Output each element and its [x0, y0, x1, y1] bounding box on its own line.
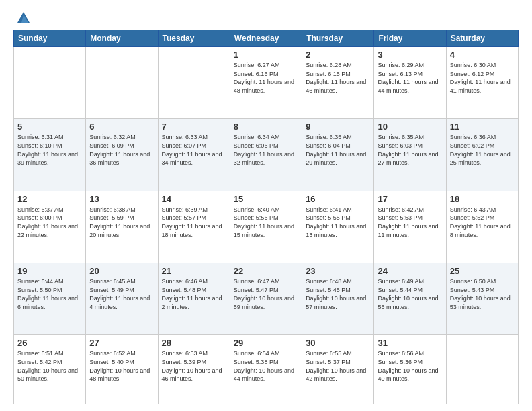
day-number: 9	[306, 122, 370, 132]
day-number: 10	[378, 122, 442, 132]
calendar-cell: 6Sunrise: 6:32 AMSunset: 6:09 PMDaylight…	[86, 119, 158, 191]
calendar-cell: 15Sunrise: 6:40 AMSunset: 5:56 PMDayligh…	[230, 191, 302, 263]
calendar-cell: 22Sunrise: 6:47 AMSunset: 5:47 PMDayligh…	[230, 263, 302, 335]
day-number: 13	[89, 194, 154, 204]
calendar-cell: 17Sunrise: 6:42 AMSunset: 5:53 PMDayligh…	[374, 191, 446, 263]
day-number: 29	[234, 338, 298, 348]
logo	[13, 11, 31, 23]
day-number: 31	[378, 338, 442, 348]
calendar-cell: 31Sunrise: 6:56 AMSunset: 5:36 PMDayligh…	[374, 335, 446, 404]
day-number: 21	[162, 266, 226, 276]
calendar-week-row: 5Sunrise: 6:31 AMSunset: 6:10 PMDaylight…	[14, 119, 519, 191]
calendar-cell: 21Sunrise: 6:46 AMSunset: 5:48 PMDayligh…	[158, 263, 230, 335]
day-info: Sunrise: 6:31 AMSunset: 6:10 PMDaylight:…	[17, 133, 82, 167]
day-info: Sunrise: 6:38 AMSunset: 5:59 PMDaylight:…	[89, 205, 154, 239]
calendar-cell: 9Sunrise: 6:35 AMSunset: 6:04 PMDaylight…	[302, 119, 374, 191]
calendar-cell	[158, 47, 230, 119]
calendar-cell: 4Sunrise: 6:30 AMSunset: 6:12 PMDaylight…	[446, 47, 518, 119]
day-number: 30	[306, 338, 370, 348]
day-info: Sunrise: 6:47 AMSunset: 5:47 PMDaylight:…	[234, 277, 298, 311]
calendar-cell: 27Sunrise: 6:52 AMSunset: 5:40 PMDayligh…	[86, 335, 158, 404]
calendar-cell: 20Sunrise: 6:45 AMSunset: 5:49 PMDayligh…	[86, 263, 158, 335]
calendar-cell: 29Sunrise: 6:54 AMSunset: 5:38 PMDayligh…	[230, 335, 302, 404]
calendar-cell: 10Sunrise: 6:35 AMSunset: 6:03 PMDayligh…	[374, 119, 446, 191]
day-info: Sunrise: 6:28 AMSunset: 6:15 PMDaylight:…	[306, 61, 370, 95]
day-of-week-header: Friday	[374, 30, 446, 47]
calendar-cell: 14Sunrise: 6:39 AMSunset: 5:57 PMDayligh…	[158, 191, 230, 263]
day-info: Sunrise: 6:55 AMSunset: 5:37 PMDaylight:…	[306, 349, 370, 383]
day-number: 18	[450, 194, 515, 204]
day-number: 11	[450, 122, 515, 132]
day-number: 15	[234, 194, 298, 204]
calendar-cell: 30Sunrise: 6:55 AMSunset: 5:37 PMDayligh…	[302, 335, 374, 404]
calendar-cell: 26Sunrise: 6:51 AMSunset: 5:42 PMDayligh…	[14, 335, 86, 404]
day-of-week-header: Sunday	[14, 30, 86, 47]
day-info: Sunrise: 6:54 AMSunset: 5:38 PMDaylight:…	[234, 349, 298, 383]
day-of-week-header: Monday	[86, 30, 158, 47]
day-number: 1	[234, 50, 298, 60]
day-info: Sunrise: 6:40 AMSunset: 5:56 PMDaylight:…	[234, 205, 298, 239]
day-number: 7	[162, 122, 226, 132]
day-info: Sunrise: 6:41 AMSunset: 5:55 PMDaylight:…	[306, 205, 370, 239]
day-info: Sunrise: 6:37 AMSunset: 6:00 PMDaylight:…	[17, 205, 82, 239]
day-of-week-header: Thursday	[302, 30, 374, 47]
calendar-cell	[14, 47, 86, 119]
day-number: 17	[378, 194, 442, 204]
calendar-cell: 19Sunrise: 6:44 AMSunset: 5:50 PMDayligh…	[14, 263, 86, 335]
day-number: 6	[89, 122, 154, 132]
day-info: Sunrise: 6:32 AMSunset: 6:09 PMDaylight:…	[89, 133, 154, 167]
calendar-cell: 28Sunrise: 6:53 AMSunset: 5:39 PMDayligh…	[158, 335, 230, 404]
day-number: 2	[306, 50, 370, 60]
calendar-cell: 16Sunrise: 6:41 AMSunset: 5:55 PMDayligh…	[302, 191, 374, 263]
logo-icon	[16, 11, 31, 26]
day-info: Sunrise: 6:53 AMSunset: 5:39 PMDaylight:…	[162, 349, 226, 383]
day-number: 16	[306, 194, 370, 204]
day-info: Sunrise: 6:34 AMSunset: 6:06 PMDaylight:…	[234, 133, 298, 167]
day-number: 14	[162, 194, 226, 204]
day-info: Sunrise: 6:49 AMSunset: 5:44 PMDaylight:…	[378, 277, 442, 311]
day-number: 22	[234, 266, 298, 276]
calendar-cell: 7Sunrise: 6:33 AMSunset: 6:07 PMDaylight…	[158, 119, 230, 191]
day-number: 12	[17, 194, 82, 204]
day-info: Sunrise: 6:45 AMSunset: 5:49 PMDaylight:…	[89, 277, 154, 311]
day-info: Sunrise: 6:43 AMSunset: 5:52 PMDaylight:…	[450, 205, 515, 239]
calendar-cell: 8Sunrise: 6:34 AMSunset: 6:06 PMDaylight…	[230, 119, 302, 191]
day-info: Sunrise: 6:39 AMSunset: 5:57 PMDaylight:…	[162, 205, 226, 239]
day-info: Sunrise: 6:35 AMSunset: 6:04 PMDaylight:…	[306, 133, 370, 167]
calendar-cell: 18Sunrise: 6:43 AMSunset: 5:52 PMDayligh…	[446, 191, 518, 263]
header	[13, 11, 519, 23]
day-number: 20	[89, 266, 154, 276]
day-info: Sunrise: 6:51 AMSunset: 5:42 PMDaylight:…	[17, 349, 82, 383]
day-number: 3	[378, 50, 442, 60]
day-info: Sunrise: 6:50 AMSunset: 5:43 PMDaylight:…	[450, 277, 515, 311]
day-info: Sunrise: 6:48 AMSunset: 5:45 PMDaylight:…	[306, 277, 370, 311]
calendar-header-row: SundayMondayTuesdayWednesdayThursdayFrid…	[14, 30, 519, 47]
day-info: Sunrise: 6:30 AMSunset: 6:12 PMDaylight:…	[450, 61, 515, 95]
day-info: Sunrise: 6:52 AMSunset: 5:40 PMDaylight:…	[89, 349, 154, 383]
day-info: Sunrise: 6:36 AMSunset: 6:02 PMDaylight:…	[450, 133, 515, 167]
day-info: Sunrise: 6:27 AMSunset: 6:16 PMDaylight:…	[234, 61, 298, 95]
day-of-week-header: Saturday	[446, 30, 518, 47]
day-of-week-header: Wednesday	[230, 30, 302, 47]
day-number: 24	[378, 266, 442, 276]
calendar-cell: 23Sunrise: 6:48 AMSunset: 5:45 PMDayligh…	[302, 263, 374, 335]
day-info: Sunrise: 6:56 AMSunset: 5:36 PMDaylight:…	[378, 349, 442, 383]
calendar-cell	[86, 47, 158, 119]
calendar-table: SundayMondayTuesdayWednesdayThursdayFrid…	[13, 30, 519, 404]
page: SundayMondayTuesdayWednesdayThursdayFrid…	[0, 0, 532, 411]
day-number: 8	[234, 122, 298, 132]
calendar-week-row: 26Sunrise: 6:51 AMSunset: 5:42 PMDayligh…	[14, 335, 519, 404]
calendar-cell: 1Sunrise: 6:27 AMSunset: 6:16 PMDaylight…	[230, 47, 302, 119]
calendar-cell: 12Sunrise: 6:37 AMSunset: 6:00 PMDayligh…	[14, 191, 86, 263]
day-of-week-header: Tuesday	[158, 30, 230, 47]
day-info: Sunrise: 6:33 AMSunset: 6:07 PMDaylight:…	[162, 133, 226, 167]
day-info: Sunrise: 6:44 AMSunset: 5:50 PMDaylight:…	[17, 277, 82, 311]
day-info: Sunrise: 6:42 AMSunset: 5:53 PMDaylight:…	[378, 205, 442, 239]
calendar-week-row: 12Sunrise: 6:37 AMSunset: 6:00 PMDayligh…	[14, 191, 519, 263]
calendar-cell: 13Sunrise: 6:38 AMSunset: 5:59 PMDayligh…	[86, 191, 158, 263]
calendar-cell: 5Sunrise: 6:31 AMSunset: 6:10 PMDaylight…	[14, 119, 86, 191]
day-number: 27	[89, 338, 154, 348]
day-number: 25	[450, 266, 515, 276]
day-number: 5	[17, 122, 82, 132]
day-info: Sunrise: 6:35 AMSunset: 6:03 PMDaylight:…	[378, 133, 442, 167]
